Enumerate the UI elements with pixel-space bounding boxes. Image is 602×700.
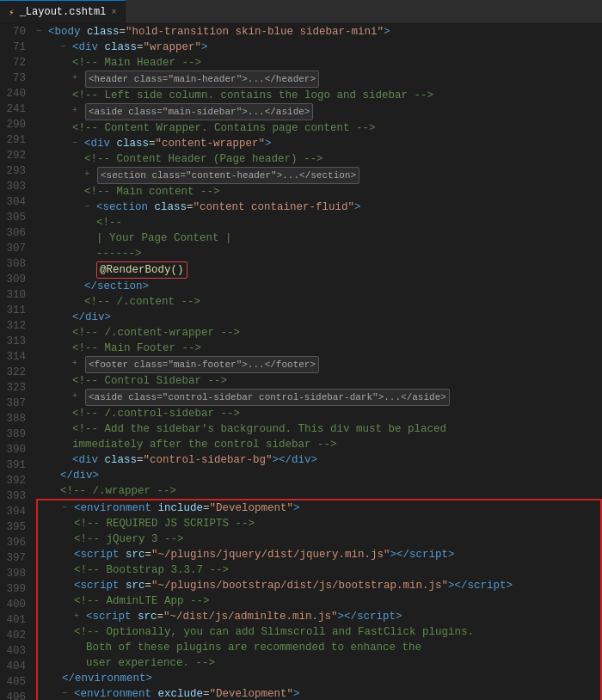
tab-filename: _Layout.cshtml — [20, 6, 107, 18]
code-line: Both of these plugins are recommended to… — [38, 640, 600, 655]
code-line: + <section class="content-header">...</s… — [36, 167, 602, 184]
code-line: + <aside class="control-sidebar control-… — [36, 389, 602, 406]
code-line: <!-- Main Header --> — [36, 55, 602, 71]
code-line: <!-- /.content-wrapper --> — [36, 325, 602, 341]
code-line: <!-- Main Footer --> — [36, 341, 602, 356]
code-line: </div> — [36, 310, 602, 325]
line-number-gutter: 70 71 72 73 240 241 290 291 292 293 303 … — [0, 24, 33, 700]
code-line: <!-- Content Wrapper. Contains page cont… — [36, 120, 602, 136]
code-line: user experience. --> — [38, 655, 600, 671]
code-line: − <environment exclude="Development"> — [38, 686, 600, 700]
code-line: <!-- Left side column. contains the logo… — [36, 88, 602, 103]
code-line: <!-- AdminLTE App --> — [38, 593, 600, 609]
code-line: <!-- /.wrapper --> — [36, 483, 602, 499]
code-content: − <body class="hold-transition skin-blue… — [33, 24, 602, 700]
red-border-region: − <environment include="Development"> <!… — [36, 499, 602, 700]
editor: 70 71 72 73 240 241 290 291 292 293 303 … — [0, 24, 602, 700]
code-line: <script src="~/plugins/jquery/dist/jquer… — [38, 547, 600, 562]
code-line: <div class="control-sidebar-bg"></div> — [36, 452, 602, 468]
code-line: <!-- REQUIRED JS SCRIPTS --> — [38, 516, 600, 531]
tab-close-button[interactable]: × — [111, 8, 116, 17]
code-line: </div> — [36, 468, 602, 483]
tab-file-icon: ⚡ — [9, 7, 15, 18]
code-line: <!-- — [36, 215, 602, 230]
code-line: − <body class="hold-transition skin-blue… — [36, 24, 602, 40]
code-line: + <footer class="main-footer">...</foote… — [36, 356, 602, 373]
code-line: − <div class="wrapper"> — [36, 40, 602, 55]
code-line: <!-- /.control-sidebar --> — [36, 406, 602, 421]
code-line: <!-- Optionally, you can add Slimscroll … — [38, 624, 600, 640]
code-line: <!-- Content Header (Page header) --> — [36, 151, 602, 167]
code-line: </environment> — [38, 671, 600, 686]
code-line: <!-- Main content --> — [36, 184, 602, 200]
code-line: <!-- Add the sidebar's background. This … — [36, 421, 602, 437]
code-line: | Your Page Content | — [36, 230, 602, 246]
code-line: <script src="~/plugins/bootstrap/dist/js… — [38, 578, 600, 593]
code-line: − <environment include="Development"> — [38, 500, 600, 516]
code-line: − <section class="content container-flui… — [36, 200, 602, 215]
code-line: <!-- jQuery 3 --> — [38, 531, 600, 547]
code-line: immediately after the control sidebar --… — [36, 437, 602, 452]
code-line: + <script src="~/dist/js/adminlte.min.js… — [38, 609, 600, 624]
code-line: </section> — [36, 279, 602, 294]
code-line: <!-- Bootstrap 3.3.7 --> — [38, 562, 600, 578]
code-line: ------> — [36, 246, 602, 261]
code-line: + <header class="main-header">...</heade… — [36, 71, 602, 88]
tab-layout[interactable]: ⚡ _Layout.cshtml × — [0, 0, 126, 23]
code-line: − <div class="content-wrapper"> — [36, 136, 602, 151]
tab-bar: ⚡ _Layout.cshtml × — [0, 0, 602, 24]
render-body-highlight: @RenderBody() — [96, 261, 187, 279]
code-line: <!-- /.content --> — [36, 294, 602, 310]
code-line: @RenderBody() — [36, 261, 602, 279]
code-line: <!-- Control Sidebar --> — [36, 373, 602, 389]
code-line: + <aside class="main-sidebar">...</aside… — [36, 103, 602, 120]
